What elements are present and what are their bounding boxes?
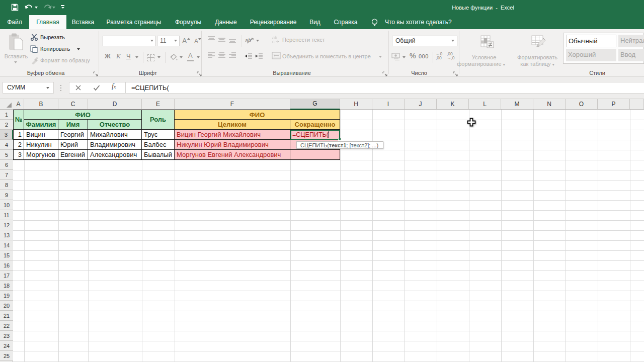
svg-text:c: c (272, 39, 275, 44)
